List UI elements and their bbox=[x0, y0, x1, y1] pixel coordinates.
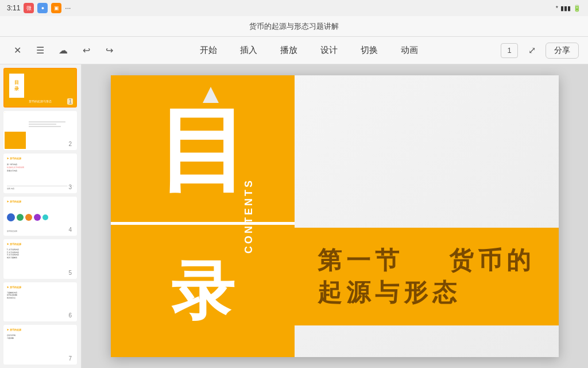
menu-design[interactable]: 设计 bbox=[317, 43, 341, 58]
deco-triangle-area bbox=[197, 80, 225, 103]
app-icon-weibo: 微 bbox=[24, 3, 34, 13]
share-button[interactable]: 分享 bbox=[546, 43, 579, 59]
time-display: 3:11 bbox=[7, 4, 20, 12]
page-number-button[interactable]: 1 bbox=[501, 43, 518, 58]
slide-number-3: 3 bbox=[67, 184, 73, 190]
main-area: 目 录 货币的起源与形态 1 2 ▶ 货币的起源 bbox=[0, 64, 588, 368]
menu-button[interactable]: ☰ bbox=[32, 43, 48, 59]
status-bar: 3:11 微 ● ▣ ··· * ▮▮▮ 🔋 bbox=[0, 0, 588, 16]
redo-button[interactable]: ↪ bbox=[101, 43, 117, 59]
slide-number-5: 5 bbox=[67, 270, 73, 276]
slide-number-2: 2 bbox=[67, 141, 73, 147]
banner-text: 第一节 货币的起源与形态 bbox=[318, 244, 536, 309]
menu-start[interactable]: 开始 bbox=[196, 43, 220, 58]
toolbar-left: ✕ ☰ ☁ ↩ ↪ bbox=[9, 43, 117, 59]
menu-play[interactable]: 播放 bbox=[277, 43, 301, 58]
slide-canvas: 目 录 CONTENTS 第一节 货币的起源与形态 bbox=[111, 75, 559, 357]
char-lu: 录 bbox=[171, 259, 234, 323]
app-icon-orange: ▣ bbox=[51, 3, 61, 13]
slide-thumb-1[interactable]: 目 录 货币的起源与形态 1 bbox=[3, 68, 77, 108]
slide-thumb-3[interactable]: ▶ 货币的起源 第一章节内容 红色标注文字内容说明 普通文字内容 说明 内容 3 bbox=[3, 154, 77, 193]
canvas-area: 目 录 CONTENTS 第一节 货币的起源与形态 bbox=[82, 64, 588, 368]
undo-button[interactable]: ↩ bbox=[78, 43, 94, 59]
app-icon-dots: ··· bbox=[65, 4, 71, 12]
menu-transition[interactable]: 切换 bbox=[357, 43, 381, 58]
cloud-button[interactable]: ☁ bbox=[55, 43, 71, 59]
slide-thumb-4[interactable]: ▶ 货币的起源 货币形态说明 4 bbox=[3, 197, 77, 236]
toolbar-right: 1 ⤢ 分享 bbox=[501, 43, 579, 59]
menu-insert[interactable]: 插入 bbox=[237, 43, 261, 58]
right-banner: 第一节 货币的起源与形态 bbox=[295, 228, 559, 325]
status-right: * ▮▮▮ 🔋 bbox=[556, 5, 581, 12]
slide-thumb-2[interactable]: 2 bbox=[3, 111, 77, 151]
toolbar: ✕ ☰ ☁ ↩ ↪ 开始 插入 播放 设计 切换 动画 1 ⤢ 分享 bbox=[0, 37, 588, 64]
more-options-button[interactable]: ⤢ bbox=[524, 43, 540, 59]
contents-vertical-text: CONTENTS bbox=[234, 75, 263, 357]
slide-panel[interactable]: 目 录 货币的起源与形态 1 2 ▶ 货币的起源 bbox=[0, 64, 82, 368]
battery-icon: 🔋 bbox=[573, 5, 581, 12]
slide-number-6: 6 bbox=[67, 312, 73, 319]
slide-thumb-7[interactable]: ▶ 货币的起源 总结与归纳 习题讲解 7 bbox=[3, 325, 77, 365]
slide-number-4: 4 bbox=[67, 227, 73, 233]
app-icon-blue: ● bbox=[37, 3, 48, 13]
document-title: 货币的起源与形态习题讲解 bbox=[249, 21, 339, 32]
slide-number-1: 1 bbox=[67, 98, 73, 105]
bluetooth-icon: * bbox=[556, 5, 558, 12]
slide-thumb-6[interactable]: ▶ 货币的起源 习题解析内容 货币起源讲解 相关知识点 6 bbox=[3, 282, 77, 322]
toolbar-center: 开始 插入 播放 设计 切换 动画 bbox=[122, 43, 496, 58]
slide-thumb-5[interactable]: ▶ 货币的起源 1.文字说明内容 2.文字说明内容 3.文字说明内容 相关习题解… bbox=[3, 239, 77, 279]
signal-icon: ▮▮▮ bbox=[560, 5, 571, 12]
close-button[interactable]: ✕ bbox=[9, 43, 25, 59]
title-bar: 货币的起源与形态习题讲解 bbox=[0, 16, 588, 37]
left-yellow-bottom: 录 bbox=[111, 225, 295, 357]
slide-number-7: 7 bbox=[67, 355, 73, 362]
status-left: 3:11 微 ● ▣ ··· bbox=[7, 3, 71, 13]
menu-animation[interactable]: 动画 bbox=[397, 43, 421, 58]
